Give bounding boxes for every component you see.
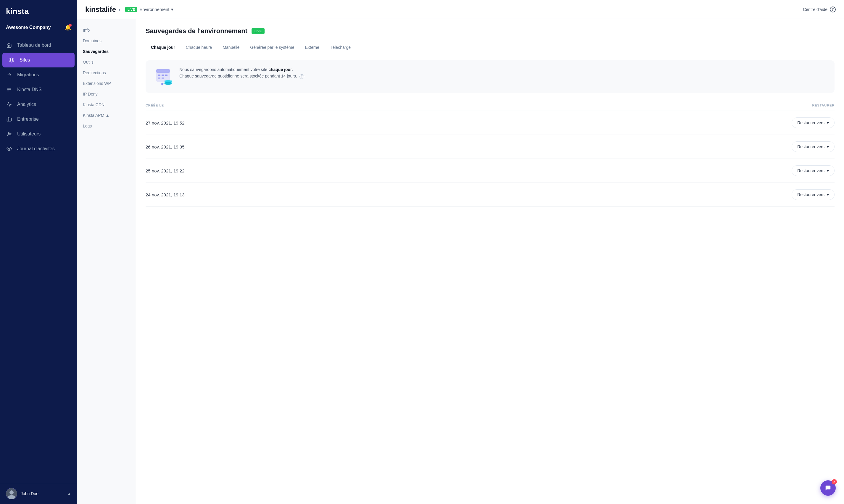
company-name: Awesome Company bbox=[6, 25, 51, 30]
svg-rect-17 bbox=[165, 74, 168, 76]
table-row: 26 nov. 2021, 19:35 Restaurer vers ▾ bbox=[146, 135, 834, 159]
backup-date-4: 24 nov. 2021, 19:13 bbox=[146, 192, 184, 197]
restore-chevron-icon: ▾ bbox=[827, 192, 829, 197]
info-help-icon[interactable]: ? bbox=[299, 74, 304, 79]
sidebar-item-label: Analytics bbox=[17, 102, 36, 107]
backup-date-2: 26 nov. 2021, 19:35 bbox=[146, 144, 184, 149]
sub-nav-extensions-wp[interactable]: Extensions WP bbox=[77, 78, 136, 89]
sub-nav-kinsta-apm[interactable]: Kinsta APM ▲ bbox=[77, 110, 136, 121]
tab-chaque-heure[interactable]: Chaque heure bbox=[180, 42, 217, 53]
info-line2: Chaque sauvegarde quotidienne sera stock… bbox=[179, 74, 297, 78]
info-box: Nous sauvegardons automatiquement votre … bbox=[146, 60, 834, 93]
sidebar-item-sites[interactable]: Sites bbox=[2, 53, 74, 68]
restore-chevron-icon: ▾ bbox=[827, 120, 829, 125]
svg-marker-23 bbox=[161, 83, 163, 86]
restore-btn-label: Restaurer vers bbox=[797, 192, 825, 197]
col-created-label: CRÉÉE LE bbox=[146, 104, 164, 107]
panel-header: Sauvegardes de l'environnement LIVE bbox=[146, 27, 834, 35]
restore-chevron-icon: ▾ bbox=[827, 144, 829, 149]
sub-nav-outils[interactable]: Outils bbox=[77, 57, 136, 68]
topbar-left: kinstalife ▾ LIVE Environnement ▾ bbox=[85, 5, 173, 14]
analytics-icon bbox=[6, 101, 13, 108]
logo: kinsta bbox=[0, 0, 77, 22]
sidebar-item-migrations[interactable]: Migrations bbox=[0, 68, 77, 82]
tab-manuelle[interactable]: Manuelle bbox=[217, 42, 245, 53]
chevron-up-icon: ▲ bbox=[68, 491, 71, 496]
svg-rect-16 bbox=[162, 74, 164, 76]
table-header: CRÉÉE LE RESTAURER bbox=[146, 101, 834, 111]
backup-date-3: 25 nov. 2021, 19:22 bbox=[146, 168, 184, 173]
backup-date-1: 27 nov. 2021, 19:52 bbox=[146, 120, 184, 125]
company-section: Awesome Company 🔔 bbox=[0, 22, 77, 36]
user-plus-icon bbox=[6, 131, 13, 137]
restore-btn-label: Restaurer vers bbox=[797, 120, 825, 125]
tab-generee[interactable]: Générée par le système bbox=[245, 42, 299, 53]
sidebar-item-journal[interactable]: Journal d'activités bbox=[0, 141, 77, 156]
user-info[interactable]: John Doe bbox=[6, 488, 38, 499]
sidebar-item-kinsta-dns[interactable]: Kinsta DNS bbox=[0, 82, 77, 97]
sidebar-item-label: Sites bbox=[19, 57, 30, 63]
sidebar: kinsta Awesome Company 🔔 Tableau de bord… bbox=[0, 0, 77, 504]
env-label: Environnement bbox=[140, 7, 170, 12]
sidebar-item-label: Tableau de bord bbox=[17, 42, 51, 48]
user-name: John Doe bbox=[21, 491, 38, 496]
restore-btn-label: Restaurer vers bbox=[797, 168, 825, 173]
sidebar-item-dashboard[interactable]: Tableau de bord bbox=[0, 38, 77, 53]
sub-nav-sauvegardes[interactable]: Sauvegardes bbox=[77, 46, 136, 57]
notification-dot bbox=[69, 24, 72, 26]
layers-icon bbox=[8, 57, 15, 63]
restore-button-1[interactable]: Restaurer vers ▾ bbox=[792, 118, 834, 128]
sidebar-item-utilisateurs[interactable]: Utilisateurs bbox=[0, 127, 77, 141]
sidebar-item-label: Migrations bbox=[17, 72, 39, 77]
sub-nav-redirections[interactable]: Redirections bbox=[77, 68, 136, 78]
sub-sidebar: Info Domaines Sauvegardes Outils Redirec… bbox=[77, 19, 136, 504]
site-name: kinstalife bbox=[85, 5, 116, 14]
sidebar-item-label: Entreprise bbox=[17, 116, 39, 122]
table-row: 24 nov. 2021, 19:13 Restaurer vers ▾ bbox=[146, 183, 834, 207]
svg-rect-14 bbox=[156, 69, 170, 73]
env-dropdown-arrow: ▾ bbox=[171, 7, 173, 12]
panel-live-badge: LIVE bbox=[251, 28, 265, 34]
building-icon bbox=[6, 116, 13, 123]
svg-text:kinsta: kinsta bbox=[6, 7, 29, 16]
restore-button-2[interactable]: Restaurer vers ▾ bbox=[792, 141, 834, 152]
backup-illustration bbox=[153, 66, 173, 87]
restore-button-4[interactable]: Restaurer vers ▾ bbox=[792, 189, 834, 200]
svg-point-9 bbox=[8, 148, 10, 150]
tab-telechargement[interactable]: Télécharge bbox=[324, 42, 356, 53]
site-dropdown-arrow[interactable]: ▾ bbox=[118, 7, 120, 12]
sidebar-item-entreprise[interactable]: Entreprise bbox=[0, 112, 77, 127]
help-label: Centre d'aide bbox=[803, 7, 827, 12]
col-restore-label: RESTAURER bbox=[812, 104, 834, 107]
tab-chaque-jour[interactable]: Chaque jour bbox=[146, 42, 180, 53]
sidebar-footer: John Doe ▲ bbox=[0, 483, 77, 504]
sub-nav-ip-deny[interactable]: IP Deny bbox=[77, 89, 136, 100]
tab-externe[interactable]: Externe bbox=[300, 42, 324, 53]
sub-nav-logs[interactable]: Logs bbox=[77, 121, 136, 131]
svg-rect-18 bbox=[158, 77, 160, 79]
sub-nav-info[interactable]: Info bbox=[77, 25, 136, 36]
help-center[interactable]: Centre d'aide ? bbox=[803, 6, 836, 13]
info-line1-bold: chaque jour bbox=[268, 67, 292, 72]
avatar bbox=[6, 488, 17, 499]
sub-nav-domaines[interactable]: Domaines bbox=[77, 36, 136, 46]
env-selector[interactable]: Environnement ▾ bbox=[140, 7, 174, 12]
restore-button-3[interactable]: Restaurer vers ▾ bbox=[792, 165, 834, 176]
table-row: 25 nov. 2021, 19:22 Restaurer vers ▾ bbox=[146, 159, 834, 183]
svg-point-6 bbox=[8, 132, 10, 134]
chat-bubble[interactable]: 2 bbox=[820, 480, 836, 496]
dns-icon bbox=[6, 86, 13, 93]
svg-point-11 bbox=[10, 490, 14, 494]
tabs: Chaque jour Chaque heure Manuelle Généré… bbox=[146, 42, 834, 53]
help-icon: ? bbox=[830, 6, 836, 13]
restore-btn-label: Restaurer vers bbox=[797, 144, 825, 149]
svg-rect-15 bbox=[158, 74, 160, 76]
panel-title: Sauvegardes de l'environnement bbox=[146, 27, 247, 35]
notification-bell[interactable]: 🔔 bbox=[65, 24, 71, 31]
sub-nav-kinsta-cdn[interactable]: Kinsta CDN bbox=[77, 100, 136, 110]
sidebar-item-analytics[interactable]: Analytics bbox=[0, 97, 77, 112]
table-row: 27 nov. 2021, 19:52 Restaurer vers ▾ bbox=[146, 111, 834, 135]
eye-icon bbox=[6, 145, 13, 152]
svg-point-22 bbox=[164, 82, 172, 85]
sidebar-item-label: Kinsta DNS bbox=[17, 87, 42, 92]
